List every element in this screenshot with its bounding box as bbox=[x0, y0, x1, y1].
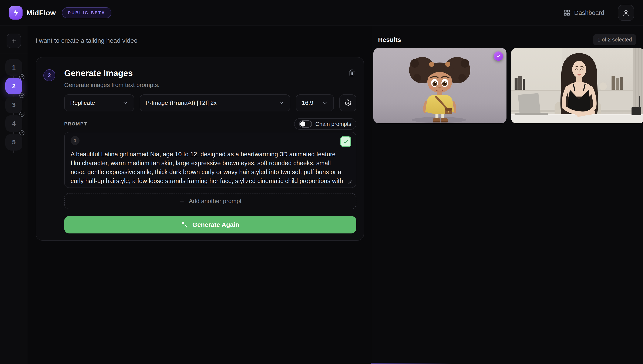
workflow-panel: i want to create a talking head video 2 … bbox=[28, 26, 371, 364]
result-image-2[interactable] bbox=[511, 48, 643, 123]
result-image-1-art bbox=[374, 48, 506, 123]
prompt-selected-checkbox[interactable] bbox=[340, 136, 351, 147]
rail-divider bbox=[0, 54, 28, 54]
chevron-down-icon bbox=[322, 100, 328, 106]
check-icon bbox=[496, 54, 501, 59]
app-logo bbox=[9, 6, 22, 20]
card-step-badge: 2 bbox=[44, 69, 55, 81]
results-panel: Results 1 of 2 selected bbox=[371, 26, 643, 364]
check-icon bbox=[343, 139, 349, 144]
prompt-textarea[interactable]: A beautiful Latina girl named Nia, age 1… bbox=[70, 150, 350, 187]
model-select[interactable]: P-Image (PrunaAI) [T2I] 2x bbox=[140, 94, 290, 112]
add-prompt-label: Add another prompt bbox=[189, 198, 242, 204]
provider-select[interactable]: Replicate bbox=[64, 94, 134, 112]
chain-prompts-label: Chain prompts bbox=[315, 121, 351, 127]
step-2-active[interactable]: 2 bbox=[5, 78, 22, 94]
result-image-2-art bbox=[511, 48, 643, 123]
beta-badge: PUBLIC BETA bbox=[62, 7, 112, 18]
add-prompt-button[interactable]: Add another prompt bbox=[64, 193, 356, 209]
app-header: MidFlow PUBLIC BETA Dashboard bbox=[0, 0, 643, 26]
plus-icon bbox=[179, 198, 185, 204]
trash-icon bbox=[348, 69, 356, 76]
accent-glow bbox=[371, 363, 452, 364]
prompt-label: PROMPT bbox=[64, 121, 88, 127]
step-3[interactable]: 3 bbox=[5, 96, 22, 113]
check-circle-icon bbox=[19, 93, 25, 98]
results-title: Results bbox=[378, 36, 401, 43]
steps-list: 1 2 3 4 5 bbox=[0, 59, 28, 153]
check-circle-icon bbox=[19, 112, 25, 117]
generate-images-card: 2 Generate Images Generate images from t… bbox=[36, 57, 364, 241]
step-5[interactable]: 5 bbox=[5, 134, 22, 150]
generate-again-button[interactable]: Generate Again bbox=[64, 216, 356, 234]
dashboard-label: Dashboard bbox=[574, 9, 604, 16]
selection-status-badge: 1 of 2 selected bbox=[593, 34, 636, 45]
result-image-1[interactable] bbox=[374, 48, 506, 123]
resize-handle-icon[interactable] bbox=[348, 180, 352, 184]
plus-icon bbox=[11, 38, 17, 44]
lightning-icon bbox=[12, 9, 19, 16]
diagonal-arrows-icon bbox=[182, 221, 188, 228]
chevron-down-icon bbox=[122, 100, 128, 106]
prompt-box: 1 A beautiful Latina girl named Nia, age… bbox=[64, 132, 356, 188]
user-icon bbox=[622, 9, 630, 16]
check-circle-icon bbox=[19, 130, 25, 136]
brand-name: MidFlow bbox=[26, 9, 56, 17]
prompt-number-badge: 1 bbox=[70, 136, 80, 145]
provider-value: Replicate bbox=[70, 100, 95, 106]
session-title: i want to create a talking head video bbox=[36, 37, 138, 44]
selected-check-badge[interactable] bbox=[494, 52, 503, 61]
aspect-ratio-value: 16:9 bbox=[302, 100, 314, 106]
step-1[interactable]: 1 bbox=[5, 59, 22, 76]
delete-card-button[interactable] bbox=[348, 68, 356, 78]
steps-rail: 1 2 3 4 5 bbox=[0, 26, 28, 364]
gear-icon bbox=[344, 99, 352, 107]
chevron-down-icon bbox=[278, 100, 284, 106]
chain-prompts-toggle[interactable]: Chain prompts bbox=[294, 118, 356, 130]
check-circle-icon bbox=[19, 74, 25, 80]
generate-again-label: Generate Again bbox=[192, 221, 240, 228]
dashboard-link[interactable]: Dashboard bbox=[564, 9, 604, 16]
aspect-ratio-select[interactable]: 16:9 bbox=[296, 94, 334, 112]
toggle-off-icon bbox=[299, 120, 312, 128]
settings-button[interactable] bbox=[339, 94, 356, 112]
grid-icon bbox=[564, 9, 570, 16]
add-step-button[interactable] bbox=[6, 34, 21, 48]
card-title: Generate Images bbox=[64, 68, 160, 78]
step-4[interactable]: 4 bbox=[5, 115, 22, 132]
account-button[interactable] bbox=[618, 5, 634, 21]
model-value: P-Image (PrunaAI) [T2I] 2x bbox=[146, 100, 217, 106]
card-subtitle: Generate images from text prompts. bbox=[64, 82, 160, 88]
